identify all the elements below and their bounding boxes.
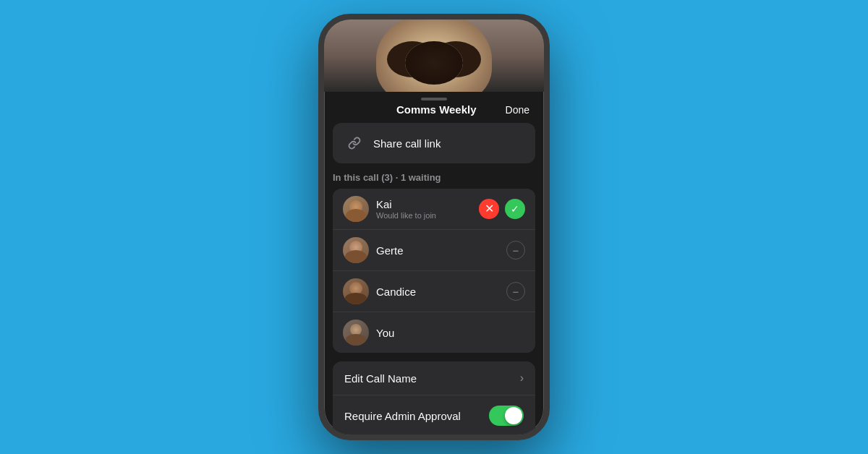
link-icon bbox=[344, 133, 365, 153]
sheet-header: Comms Weekly Done bbox=[324, 100, 544, 123]
options-card: Edit Call Name › Require Admin Approval bbox=[333, 361, 535, 436]
require-admin-approval-row: Require Admin Approval bbox=[333, 395, 535, 436]
remove-gerte-button[interactable]: − bbox=[506, 241, 525, 260]
share-call-link-label: Share call link bbox=[373, 137, 441, 150]
top-photo bbox=[324, 20, 544, 92]
avatar-you bbox=[343, 320, 369, 346]
accept-kai-button[interactable]: ✓ bbox=[505, 199, 525, 219]
edit-call-name-label: Edit Call Name bbox=[344, 372, 520, 385]
toggle-knob bbox=[505, 407, 522, 424]
participant-row-kai: Kai Would like to join ✕ ✓ bbox=[333, 189, 535, 230]
participant-row-gerte: Gerte − bbox=[333, 230, 535, 271]
participant-name-you: You bbox=[376, 327, 525, 339]
require-admin-approval-label: Require Admin Approval bbox=[344, 410, 489, 422]
admin-approval-toggle[interactable] bbox=[489, 406, 524, 426]
participant-name-candice: Candice bbox=[376, 286, 506, 298]
participant-actions-gerte: − bbox=[506, 241, 525, 260]
participant-name-gerte: Gerte bbox=[376, 244, 506, 257]
edit-call-name-row[interactable]: Edit Call Name › bbox=[333, 361, 535, 395]
sheet-title: Comms Weekly bbox=[396, 103, 477, 116]
participant-actions-kai: ✕ ✓ bbox=[479, 199, 525, 219]
participant-row-candice: Candice − bbox=[333, 271, 535, 312]
chevron-icon: › bbox=[520, 372, 524, 385]
participant-info-candice: Candice bbox=[376, 286, 506, 298]
avatar-kai bbox=[343, 196, 369, 222]
done-button[interactable]: Done bbox=[506, 104, 529, 116]
phone-frame: Comms Weekly Done Share call link In thi… bbox=[318, 14, 550, 440]
participant-info-kai: Kai Would like to join bbox=[376, 198, 479, 220]
participants-card: Kai Would like to join ✕ ✓ Gerte − Candi… bbox=[333, 189, 535, 353]
remove-candice-button[interactable]: − bbox=[506, 282, 525, 301]
participant-actions-candice: − bbox=[506, 282, 525, 301]
participant-info-gerte: Gerte bbox=[376, 244, 506, 257]
participant-sub-kai: Would like to join bbox=[376, 211, 479, 220]
participant-row-you: You bbox=[333, 312, 535, 353]
reject-kai-button[interactable]: ✕ bbox=[479, 199, 499, 219]
participant-name-kai: Kai bbox=[376, 198, 479, 210]
avatar-gerte bbox=[343, 237, 369, 263]
participants-section-label: In this call (3) · 1 waiting bbox=[324, 172, 544, 189]
participant-info-you: You bbox=[376, 327, 525, 339]
share-call-link-button[interactable]: Share call link bbox=[333, 123, 535, 163]
avatar-candice bbox=[343, 278, 369, 304]
